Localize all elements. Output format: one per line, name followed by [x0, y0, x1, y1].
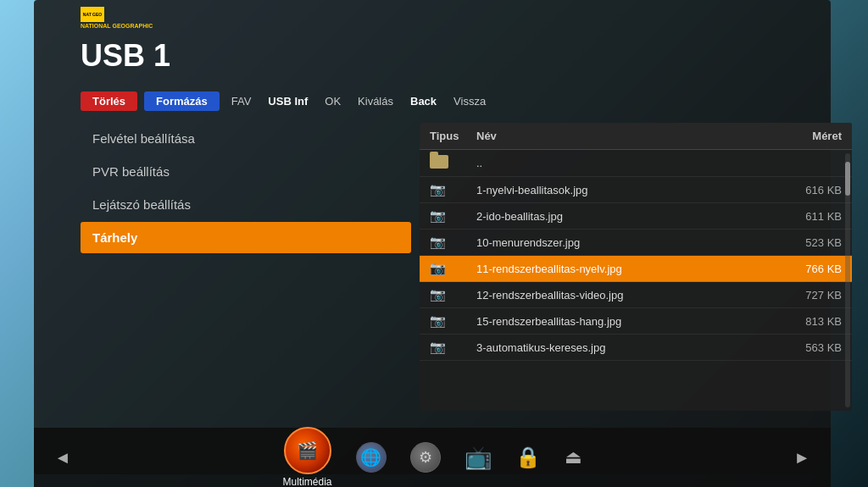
folder-icon — [430, 155, 476, 171]
gear-icon-item[interactable]: ⚙ — [410, 442, 441, 473]
col-name-header: Név — [476, 130, 782, 142]
col-type-header: Tipus — [430, 130, 476, 142]
menu-item-lejatszo[interactable]: Lejátszó beállítás — [81, 189, 411, 220]
nav-right-arrow[interactable]: ► — [787, 445, 817, 471]
natgeo-brand: NATIONAL GEOGRAPHIC — [81, 23, 153, 29]
file-size: 611 KB — [782, 210, 842, 223]
file-name: 2-ido-beallitas.jpg — [476, 210, 782, 223]
file-list: .. 📷 1-nyelvi-beallitasok.jpg 616 KB 📷 2… — [420, 150, 852, 361]
natgeo-box: NAT GEO — [81, 7, 104, 22]
file-size: 727 KB — [782, 289, 842, 302]
file-name: 11-rendszerbeallitas-nyelv.jpg — [476, 263, 782, 275]
file-name: 3-automatikus-kereses.jpg — [476, 341, 782, 354]
scrollbar-thumb — [845, 162, 850, 196]
file-browser: Tipus Név Méret .. 📷 1-nyelvi-beallitaso… — [420, 123, 852, 411]
file-name: 10-menurendszer.jpg — [476, 236, 782, 249]
globe-icon: 🌐 — [356, 442, 387, 473]
main-panel: NAT GEO NATIONAL GEOGRAPHIC USB 1 Törlés… — [34, 0, 831, 474]
usbinf-button[interactable]: USB Inf — [263, 93, 313, 109]
table-row[interactable]: 📷 2-ido-beallitas.jpg 611 KB — [420, 203, 852, 230]
globe-icon-item[interactable]: 🌐 — [356, 442, 387, 473]
table-row[interactable]: 📷 10-menurendszer.jpg 523 KB — [420, 230, 852, 256]
vissza-button[interactable]: Vissza — [448, 93, 491, 109]
image-icon: 📷 — [430, 208, 476, 224]
file-name: 12-rendszerbeallitas-video.jpg — [476, 289, 782, 302]
file-header: Tipus Név Méret — [420, 123, 852, 150]
folder-shape — [430, 155, 448, 169]
image-icon: 📷 — [430, 313, 476, 329]
format-button[interactable]: Formázás — [144, 91, 220, 111]
image-icon: 📷 — [430, 182, 476, 197]
multimedia-icon: 🎬 — [284, 427, 331, 474]
image-icon: 📷 — [430, 340, 476, 355]
table-row[interactable]: 📷 12-rendszerbeallitas-video.jpg 727 KB — [420, 282, 852, 308]
lock-icon: 🔒 — [515, 445, 541, 469]
menu-item-felvetel[interactable]: Felvétel beállítása — [81, 123, 411, 154]
eject-icon-item[interactable]: ⏏ — [565, 446, 582, 468]
table-row[interactable]: 📷 11-rendszerbeallitas-nyelv.jpg 766 KB — [420, 256, 852, 282]
table-row[interactable]: 📷 3-automatikus-kereses.jpg 563 KB — [420, 335, 852, 361]
left-menu: Felvétel beállítása PVR beállítás Lejáts… — [81, 123, 411, 255]
bottom-icons: 🎬 Multimédia 🌐 ⚙ 📺 🔒 ⏏ — [78, 427, 787, 487]
menu-item-pvr[interactable]: PVR beállítás — [81, 156, 411, 187]
image-icon: 📷 — [430, 287, 476, 302]
eject-icon: ⏏ — [565, 446, 582, 468]
bottom-bar: ◄ 🎬 Multimédia 🌐 ⚙ 📺 🔒 ⏏ ► — [34, 428, 831, 487]
natgeo-text: NAT GEO — [83, 12, 102, 17]
file-size: 523 KB — [782, 236, 842, 249]
file-name: 15-rendszerbeallitas-hang.jpg — [476, 315, 782, 328]
natgeo-logo: NAT GEO NATIONAL GEOGRAPHIC — [81, 7, 153, 29]
nav-left-arrow[interactable]: ◄ — [47, 445, 78, 471]
file-size: 813 KB — [782, 315, 842, 328]
file-name: 1-nyelvi-beallitasok.jpg — [476, 184, 782, 196]
toolbar: Törlés Formázás FAV USB Inf OK Kiválás B… — [81, 91, 491, 111]
multimedia-label: Multimédia — [282, 476, 331, 487]
multimedia-icon-item[interactable]: 🎬 Multimédia — [282, 427, 331, 487]
ok-button[interactable]: OK — [320, 93, 346, 109]
tv-icon: 📺 — [465, 445, 492, 471]
lock-icon-item[interactable]: 🔒 — [515, 445, 541, 469]
delete-button[interactable]: Törlés — [81, 91, 137, 111]
col-size-header: Méret — [782, 130, 842, 142]
file-name: .. — [476, 157, 782, 169]
table-row[interactable]: .. — [420, 150, 852, 177]
kivalas-button[interactable]: Kiválás — [353, 93, 398, 109]
scrollbar[interactable] — [845, 153, 850, 407]
page-title: USB 1 — [81, 38, 170, 74]
file-size: 563 KB — [782, 341, 842, 354]
table-row[interactable]: 📷 1-nyelvi-beallitasok.jpg 616 KB — [420, 177, 852, 203]
image-icon: 📷 — [430, 261, 476, 276]
fav-button[interactable]: FAV — [226, 93, 257, 109]
tv-icon-item[interactable]: 📺 — [465, 445, 492, 471]
table-row[interactable]: 📷 15-rendszerbeallitas-hang.jpg 813 KB — [420, 308, 852, 335]
image-icon: 📷 — [430, 235, 476, 250]
gear-icon: ⚙ — [410, 442, 441, 473]
menu-item-tarhely[interactable]: Tárhely — [81, 222, 411, 253]
file-size: 616 KB — [782, 184, 842, 196]
file-size: 766 KB — [782, 263, 842, 275]
back-button[interactable]: Back — [405, 93, 442, 109]
